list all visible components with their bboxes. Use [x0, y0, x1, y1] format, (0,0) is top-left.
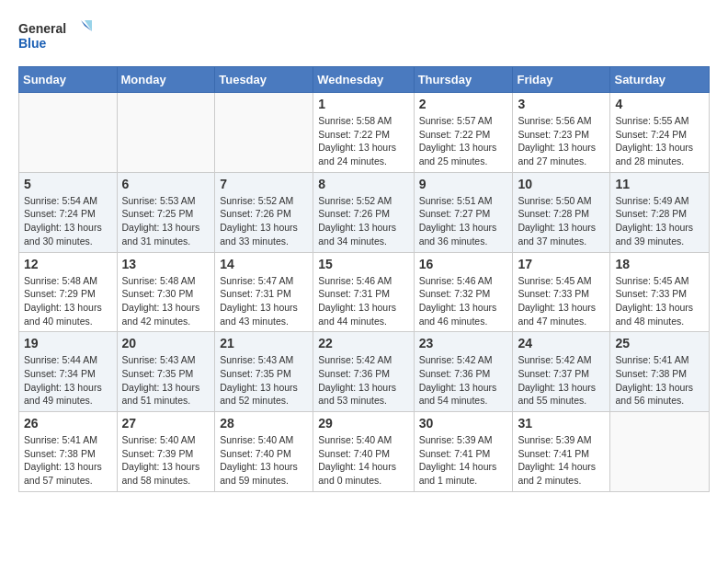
- day-info: Sunrise: 5:43 AM Sunset: 7:35 PM Dayligh…: [220, 353, 308, 408]
- day-number: 19: [24, 336, 112, 350]
- day-number: 20: [122, 336, 210, 350]
- calendar-cell: [610, 412, 710, 492]
- day-info: Sunrise: 5:47 AM Sunset: 7:31 PM Dayligh…: [220, 274, 308, 328]
- calendar-cell: 1Sunrise: 5:58 AM Sunset: 7:22 PM Daylig…: [313, 93, 414, 173]
- day-info: Sunrise: 5:58 AM Sunset: 7:22 PM Dayligh…: [318, 114, 408, 168]
- day-info: Sunrise: 5:50 AM Sunset: 7:28 PM Dayligh…: [518, 194, 605, 248]
- day-info: Sunrise: 5:53 AM Sunset: 7:25 PM Dayligh…: [122, 194, 210, 248]
- day-number: 4: [615, 97, 704, 111]
- calendar-cell: [215, 93, 313, 173]
- day-number: 13: [122, 257, 210, 271]
- day-number: 17: [518, 257, 605, 271]
- day-number: 9: [419, 177, 508, 191]
- weekday-header-wednesday: Wednesday: [313, 67, 414, 93]
- svg-text:Blue: Blue: [18, 36, 47, 51]
- day-info: Sunrise: 5:46 AM Sunset: 7:32 PM Dayligh…: [419, 274, 508, 328]
- calendar-cell: 19Sunrise: 5:44 AM Sunset: 7:34 PM Dayli…: [19, 332, 118, 412]
- calendar-cell: 18Sunrise: 5:45 AM Sunset: 7:33 PM Dayli…: [610, 252, 710, 332]
- calendar-cell: [117, 93, 215, 173]
- day-info: Sunrise: 5:41 AM Sunset: 7:38 PM Dayligh…: [615, 353, 704, 408]
- day-info: Sunrise: 5:39 AM Sunset: 7:41 PM Dayligh…: [419, 433, 508, 488]
- calendar-cell: 29Sunrise: 5:40 AM Sunset: 7:40 PM Dayli…: [313, 412, 414, 492]
- day-number: 10: [518, 177, 605, 191]
- day-number: 24: [518, 336, 605, 350]
- day-info: Sunrise: 5:51 AM Sunset: 7:27 PM Dayligh…: [419, 194, 508, 248]
- day-info: Sunrise: 5:54 AM Sunset: 7:24 PM Dayligh…: [24, 194, 112, 248]
- day-info: Sunrise: 5:46 AM Sunset: 7:31 PM Dayligh…: [318, 274, 408, 328]
- day-number: 29: [318, 416, 408, 431]
- calendar-table: SundayMondayTuesdayWednesdayThursdayFrid…: [18, 66, 710, 492]
- day-number: 23: [419, 336, 508, 350]
- page-header: General Blue: [18, 18, 710, 57]
- day-number: 30: [419, 416, 508, 431]
- calendar-cell: 30Sunrise: 5:39 AM Sunset: 7:41 PM Dayli…: [414, 412, 513, 492]
- day-info: Sunrise: 5:52 AM Sunset: 7:26 PM Dayligh…: [220, 194, 308, 248]
- day-info: Sunrise: 5:48 AM Sunset: 7:29 PM Dayligh…: [24, 274, 112, 328]
- calendar-week-1: 1Sunrise: 5:58 AM Sunset: 7:22 PM Daylig…: [19, 93, 710, 173]
- calendar-cell: 31Sunrise: 5:39 AM Sunset: 7:41 PM Dayli…: [513, 412, 610, 492]
- calendar-cell: 24Sunrise: 5:42 AM Sunset: 7:37 PM Dayli…: [513, 332, 610, 412]
- day-info: Sunrise: 5:42 AM Sunset: 7:36 PM Dayligh…: [419, 353, 508, 408]
- day-number: 31: [518, 416, 605, 431]
- calendar-cell: 10Sunrise: 5:50 AM Sunset: 7:28 PM Dayli…: [513, 172, 610, 252]
- day-info: Sunrise: 5:49 AM Sunset: 7:28 PM Dayligh…: [615, 194, 704, 248]
- calendar-cell: 28Sunrise: 5:40 AM Sunset: 7:40 PM Dayli…: [215, 412, 313, 492]
- day-number: 1: [318, 97, 408, 111]
- day-info: Sunrise: 5:40 AM Sunset: 7:40 PM Dayligh…: [318, 433, 408, 488]
- day-info: Sunrise: 5:52 AM Sunset: 7:26 PM Dayligh…: [318, 194, 408, 248]
- day-info: Sunrise: 5:57 AM Sunset: 7:22 PM Dayligh…: [419, 114, 508, 168]
- day-info: Sunrise: 5:42 AM Sunset: 7:37 PM Dayligh…: [518, 353, 605, 408]
- logo-svg: General Blue: [18, 18, 92, 57]
- calendar-cell: 20Sunrise: 5:43 AM Sunset: 7:35 PM Dayli…: [117, 332, 215, 412]
- calendar-cell: 26Sunrise: 5:41 AM Sunset: 7:38 PM Dayli…: [19, 412, 118, 492]
- calendar-cell: 25Sunrise: 5:41 AM Sunset: 7:38 PM Dayli…: [610, 332, 710, 412]
- calendar-cell: 7Sunrise: 5:52 AM Sunset: 7:26 PM Daylig…: [215, 172, 313, 252]
- calendar-cell: 17Sunrise: 5:45 AM Sunset: 7:33 PM Dayli…: [513, 252, 610, 332]
- day-number: 21: [220, 336, 308, 350]
- day-number: 22: [318, 336, 408, 350]
- weekday-header-sunday: Sunday: [19, 67, 118, 93]
- weekday-header-monday: Monday: [117, 67, 215, 93]
- calendar-cell: 16Sunrise: 5:46 AM Sunset: 7:32 PM Dayli…: [414, 252, 513, 332]
- calendar-week-4: 19Sunrise: 5:44 AM Sunset: 7:34 PM Dayli…: [19, 332, 710, 412]
- logo: General Blue: [18, 18, 92, 57]
- day-number: 28: [220, 416, 308, 431]
- calendar-cell: 13Sunrise: 5:48 AM Sunset: 7:30 PM Dayli…: [117, 252, 215, 332]
- calendar-cell: 4Sunrise: 5:55 AM Sunset: 7:24 PM Daylig…: [610, 93, 710, 173]
- calendar-cell: 27Sunrise: 5:40 AM Sunset: 7:39 PM Dayli…: [117, 412, 215, 492]
- day-number: 18: [615, 257, 704, 271]
- day-number: 7: [220, 177, 308, 191]
- svg-text:General: General: [18, 21, 66, 36]
- calendar-cell: 9Sunrise: 5:51 AM Sunset: 7:27 PM Daylig…: [414, 172, 513, 252]
- weekday-header-row: SundayMondayTuesdayWednesdayThursdayFrid…: [19, 67, 710, 93]
- day-info: Sunrise: 5:44 AM Sunset: 7:34 PM Dayligh…: [24, 353, 112, 408]
- day-number: 5: [24, 177, 112, 191]
- day-info: Sunrise: 5:48 AM Sunset: 7:30 PM Dayligh…: [122, 274, 210, 328]
- day-info: Sunrise: 5:40 AM Sunset: 7:39 PM Dayligh…: [122, 433, 210, 488]
- day-number: 6: [122, 177, 210, 191]
- calendar-cell: 8Sunrise: 5:52 AM Sunset: 7:26 PM Daylig…: [313, 172, 414, 252]
- day-info: Sunrise: 5:42 AM Sunset: 7:36 PM Dayligh…: [318, 353, 408, 408]
- calendar-week-5: 26Sunrise: 5:41 AM Sunset: 7:38 PM Dayli…: [19, 412, 710, 492]
- calendar-cell: [19, 93, 118, 173]
- day-number: 2: [419, 97, 508, 111]
- calendar-cell: 12Sunrise: 5:48 AM Sunset: 7:29 PM Dayli…: [19, 252, 118, 332]
- calendar-cell: 3Sunrise: 5:56 AM Sunset: 7:23 PM Daylig…: [513, 93, 610, 173]
- day-number: 14: [220, 257, 308, 271]
- day-number: 8: [318, 177, 408, 191]
- weekday-header-friday: Friday: [513, 67, 610, 93]
- calendar-cell: 2Sunrise: 5:57 AM Sunset: 7:22 PM Daylig…: [414, 93, 513, 173]
- day-info: Sunrise: 5:56 AM Sunset: 7:23 PM Dayligh…: [518, 114, 605, 168]
- weekday-header-saturday: Saturday: [610, 67, 710, 93]
- calendar-cell: 6Sunrise: 5:53 AM Sunset: 7:25 PM Daylig…: [117, 172, 215, 252]
- day-number: 12: [24, 257, 112, 271]
- day-info: Sunrise: 5:45 AM Sunset: 7:33 PM Dayligh…: [518, 274, 605, 328]
- day-number: 3: [518, 97, 605, 111]
- day-info: Sunrise: 5:43 AM Sunset: 7:35 PM Dayligh…: [122, 353, 210, 408]
- day-info: Sunrise: 5:55 AM Sunset: 7:24 PM Dayligh…: [615, 114, 704, 168]
- calendar-cell: 22Sunrise: 5:42 AM Sunset: 7:36 PM Dayli…: [313, 332, 414, 412]
- calendar-cell: 23Sunrise: 5:42 AM Sunset: 7:36 PM Dayli…: [414, 332, 513, 412]
- weekday-header-tuesday: Tuesday: [215, 67, 313, 93]
- calendar-cell: 14Sunrise: 5:47 AM Sunset: 7:31 PM Dayli…: [215, 252, 313, 332]
- day-number: 27: [122, 416, 210, 431]
